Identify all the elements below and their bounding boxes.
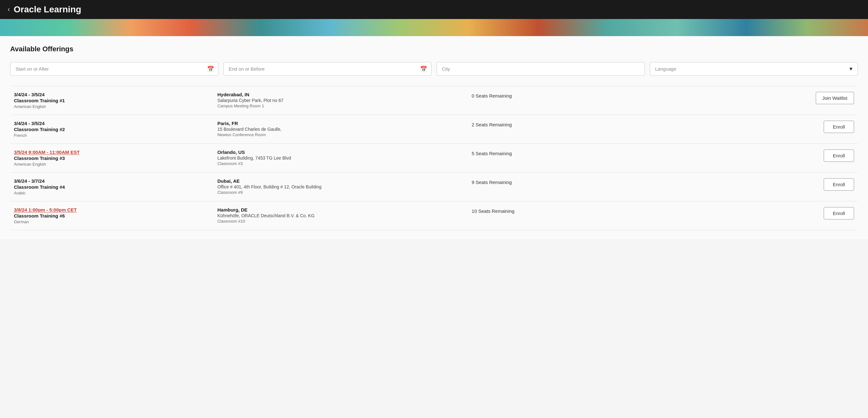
city-filter xyxy=(437,62,645,76)
table-row: 3/4/24 - 3/5/24 Classroom Training #2 Fr… xyxy=(10,115,858,144)
start-date-filter: 📅 xyxy=(10,62,218,76)
main-content: Available Offerings 📅 📅 Language America… xyxy=(0,36,868,239)
offering-language: French xyxy=(14,133,210,138)
section-heading: Available Offerings xyxy=(10,45,858,53)
offering-city: Hamburg, DE xyxy=(217,207,464,212)
enroll-button[interactable]: Enroll xyxy=(824,149,854,162)
offering-room: Campus Meeting Room 1 xyxy=(217,103,464,108)
offering-language: Arabic xyxy=(14,191,210,196)
enroll-button[interactable]: Enroll xyxy=(824,121,854,133)
seats-remaining: 2 Seats Remaining xyxy=(472,122,512,127)
offering-language: American English xyxy=(14,162,210,167)
offering-date: 3/4/24 - 3/5/24 xyxy=(14,121,210,126)
offering-name: Classroom Training #1 xyxy=(14,98,210,103)
offering-date[interactable]: 3/8/24 1:00pm - 5:00pm CET xyxy=(14,207,210,212)
offering-address: Lakefront Building, 7453 TG Lee Blvd xyxy=(217,155,464,160)
offering-city: Orlando, US xyxy=(217,149,464,155)
table-row: 3/8/24 1:00pm - 5:00pm CET Classroom Tra… xyxy=(10,201,858,230)
offering-address: Kühnehöfe, ORACLE Deutschland B.V. & Co.… xyxy=(217,213,464,218)
table-row: 3/4/24 - 3/5/24 Classroom Training #1 Am… xyxy=(10,86,858,115)
seats-remaining: 0 Seats Remaining xyxy=(472,93,512,98)
end-date-filter: 📅 xyxy=(223,62,432,76)
language-filter: Language American English French Arabic … xyxy=(650,62,858,76)
offering-language: American English xyxy=(14,104,210,109)
offering-room: Classroom #10 xyxy=(217,219,464,223)
offering-address: Salarpuria Cyber Park, Plot no 67 xyxy=(217,98,464,103)
seats-remaining: 5 Seats Remaining xyxy=(472,151,512,156)
table-row: 3/6/24 - 3/7/24 Classroom Training #4 Ar… xyxy=(10,173,858,201)
table-row: 3/5/24 9:00AM - 11:00AM EST Classroom Tr… xyxy=(10,144,858,173)
top-bar: ‹ Oracle Learning xyxy=(0,0,868,19)
offerings-table: 3/4/24 - 3/5/24 Classroom Training #1 Am… xyxy=(10,86,858,230)
language-select[interactable]: Language American English French Arabic … xyxy=(650,62,858,76)
back-icon[interactable]: ‹ xyxy=(8,5,10,13)
app-title: Oracle Learning xyxy=(13,4,81,14)
offering-language: German xyxy=(14,219,210,224)
enroll-button[interactable]: Enroll xyxy=(824,178,854,191)
banner xyxy=(0,19,868,36)
offering-date: 3/6/24 - 3/7/24 xyxy=(14,178,210,184)
offering-name: Classroom Training #2 xyxy=(14,127,210,132)
start-date-input[interactable] xyxy=(10,62,218,76)
filter-row: 📅 📅 Language American English French Ara… xyxy=(10,62,858,76)
seats-remaining: 9 Seats Remaining xyxy=(472,180,512,185)
offering-address: Office # 401, 4th Floor, Building # 12, … xyxy=(217,184,464,189)
end-date-input[interactable] xyxy=(223,62,432,76)
offering-date: 3/4/24 - 3/5/24 xyxy=(14,92,210,97)
offering-city: Paris, FR xyxy=(217,121,464,126)
offering-city: Dubai, AE xyxy=(217,178,464,184)
offering-room: Newton Conference Room xyxy=(217,132,464,137)
city-input[interactable] xyxy=(437,62,645,76)
offering-room: Classroom #3 xyxy=(217,161,464,166)
join-waitlist-button[interactable]: Join Waitlist xyxy=(816,92,854,104)
offering-room: Classroom #9 xyxy=(217,190,464,195)
enroll-button[interactable]: Enroll xyxy=(824,207,854,219)
offering-name: Classroom Training #6 xyxy=(14,213,210,218)
seats-remaining: 10 Seats Remaining xyxy=(472,208,515,214)
offering-city: Hyderabad, IN xyxy=(217,92,464,97)
offering-name: Classroom Training #3 xyxy=(14,155,210,161)
offering-address: 15 Boulevard Charles de Gaulle, xyxy=(217,127,464,132)
offering-name: Classroom Training #4 xyxy=(14,184,210,190)
offering-date[interactable]: 3/5/24 9:00AM - 11:00AM EST xyxy=(14,149,210,155)
